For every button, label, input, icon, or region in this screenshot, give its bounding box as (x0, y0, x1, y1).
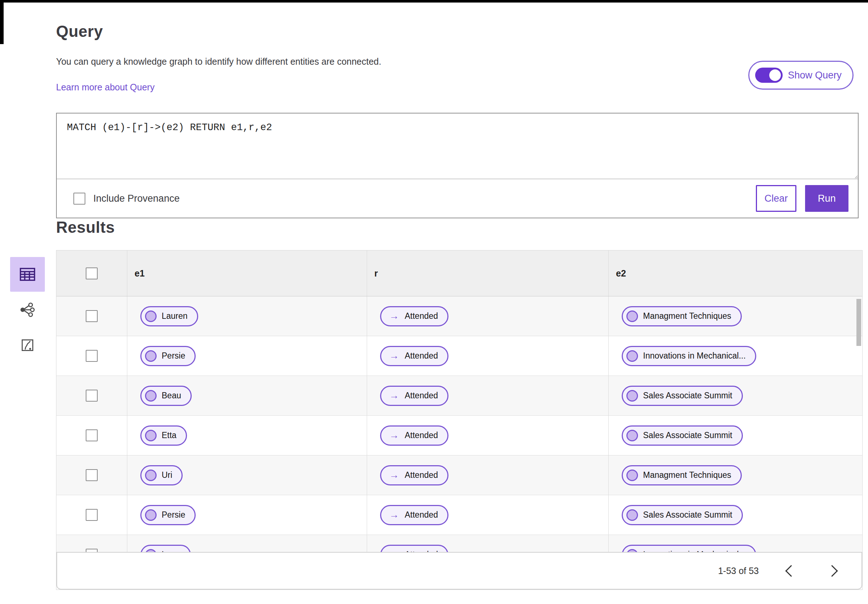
table-row: Etta → Attended Sales Associate Summit (56, 416, 862, 456)
column-header-r: r (367, 250, 609, 296)
entity-node-icon (145, 509, 157, 521)
query-page: Query You can query a knowledge graph to… (0, 0, 868, 604)
show-query-label: Show Query (788, 70, 842, 81)
cell-r: → Attended (367, 456, 609, 495)
table-grid-icon (18, 265, 37, 284)
network-share-icon (19, 301, 36, 318)
entity-pill[interactable]: Uri (140, 465, 183, 485)
entity-pill[interactable]: Sales Associate Summit (622, 505, 743, 525)
entity-node-icon (626, 350, 638, 362)
entity-pill[interactable]: Sales Associate Summit (622, 386, 743, 406)
arrow-right-icon: → (389, 470, 399, 481)
include-provenance-label: Include Provenance (93, 193, 180, 204)
cell-r: → Attended (367, 297, 609, 336)
graph-view-button[interactable] (10, 292, 45, 327)
entity-pill[interactable]: Beau (140, 386, 192, 406)
entity-node-icon (626, 310, 638, 322)
row-checkbox[interactable] (86, 350, 98, 362)
cell-e2: Innovations in Mechanical... (609, 336, 862, 375)
cell-e1: Uri (127, 456, 367, 495)
show-query-toggle[interactable]: Show Query (748, 61, 854, 90)
results-table-card: e1 r e2 Lauren → Attended Managment Tech… (56, 250, 863, 590)
select-all-checkbox[interactable] (86, 267, 98, 280)
table-view-button[interactable] (10, 257, 45, 292)
entity-node-icon (145, 470, 157, 481)
cell-e2: Managment Techniques (609, 456, 862, 495)
entity-node-icon (145, 350, 157, 362)
relation-label: Attended (405, 311, 447, 321)
clear-button[interactable]: Clear (756, 185, 797, 212)
row-checkbox[interactable] (86, 390, 98, 402)
entity-pill[interactable]: Lauren (140, 306, 198, 326)
cell-e2: Sales Associate Summit (609, 495, 862, 534)
relation-pill[interactable]: → Attended (380, 425, 448, 446)
relation-pill[interactable]: → Attended (380, 505, 448, 525)
relation-label: Attended (405, 351, 447, 361)
cell-e1: Lauren (127, 297, 367, 336)
cell-e1: Beau (127, 376, 367, 415)
entity-label: Persie (162, 351, 195, 361)
entity-label: Sales Associate Summit (643, 391, 742, 400)
entity-node-icon (626, 509, 638, 521)
cell-r: → Attended (367, 376, 609, 415)
entity-label: Sales Associate Summit (643, 431, 742, 440)
table-body: Lauren → Attended Managment Techniques P… (56, 297, 862, 575)
entity-pill[interactable]: Etta (140, 425, 187, 446)
relation-pill[interactable]: → Attended (380, 306, 448, 326)
cell-e2: Sales Associate Summit (609, 376, 862, 415)
entity-node-icon (145, 310, 157, 322)
relation-pill[interactable]: → Attended (380, 386, 448, 406)
relation-pill[interactable]: → Attended (380, 346, 448, 366)
cell-e1: Persie (127, 336, 367, 375)
arrow-right-icon: → (389, 509, 399, 521)
column-header-e1: e1 (127, 250, 367, 296)
run-button[interactable]: Run (805, 185, 848, 212)
entity-label: Managment Techniques (643, 470, 741, 480)
map-route-icon (20, 337, 36, 353)
cell-r: → Attended (367, 416, 609, 455)
entity-pill[interactable]: Persie (140, 346, 196, 366)
entity-pill[interactable]: Managment Techniques (622, 465, 742, 485)
entity-label: Etta (162, 431, 186, 440)
cell-e1: Persie (127, 495, 367, 534)
learn-more-link[interactable]: Learn more about Query (56, 82, 154, 93)
results-view-rail (10, 257, 45, 363)
query-editor-card: MATCH (e1)-[r]->(e2) RETURN e1,r,e2 Incl… (56, 113, 859, 218)
chevron-left-icon[interactable] (785, 565, 797, 577)
row-checkbox[interactable] (86, 509, 98, 521)
entity-node-icon (626, 390, 638, 402)
table-row: Beau → Attended Sales Associate Summit (56, 376, 862, 416)
query-input[interactable]: MATCH (e1)-[r]->(e2) RETURN e1,r,e2 (57, 113, 858, 179)
entity-pill[interactable]: Sales Associate Summit (622, 425, 743, 446)
entity-pill[interactable]: Managment Techniques (622, 306, 742, 326)
row-checkbox[interactable] (86, 310, 98, 322)
relation-pill[interactable]: → Attended (380, 465, 448, 485)
table-row: Lauren → Attended Managment Techniques (56, 297, 862, 336)
row-checkbox[interactable] (86, 469, 98, 481)
cell-e2: Sales Associate Summit (609, 416, 862, 455)
entity-pill[interactable]: Persie (140, 505, 196, 525)
entity-label: Lauren (162, 311, 197, 321)
pagination-range-label: 1-53 of 53 (718, 566, 759, 576)
table-row: Uri → Attended Managment Techniques (56, 456, 862, 495)
entity-node-icon (626, 430, 638, 441)
results-title: Results (56, 218, 863, 236)
entity-label: Innovations in Mechanical... (643, 351, 755, 361)
relation-label: Attended (405, 470, 447, 480)
row-checkbox[interactable] (86, 429, 98, 441)
toggle-switch-icon[interactable] (755, 68, 783, 83)
entity-node-icon (626, 470, 638, 481)
entity-node-icon (145, 430, 157, 441)
page-description: You can query a knowledge graph to ident… (56, 56, 863, 67)
include-provenance-checkbox[interactable] (73, 193, 85, 205)
entity-label: Uri (162, 470, 181, 480)
arrow-right-icon: → (389, 430, 399, 441)
table-scrollbar-thumb[interactable] (856, 299, 861, 346)
entity-label: Persie (162, 510, 195, 520)
chevron-right-icon[interactable] (826, 565, 838, 577)
cell-e2: Managment Techniques (609, 297, 862, 336)
entity-pill[interactable]: Innovations in Mechanical... (622, 346, 756, 366)
entity-node-icon (145, 390, 157, 402)
arrow-right-icon: → (389, 310, 399, 322)
map-view-button[interactable] (10, 328, 45, 363)
